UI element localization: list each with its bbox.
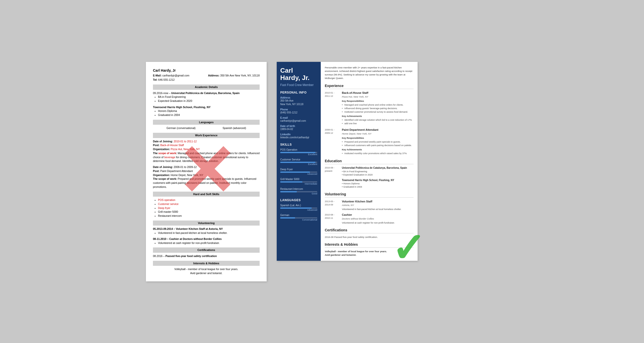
right-name: Carl Hardy, Jr. — [280, 67, 317, 82]
right-experience: 2010-01 -2011-12 Back-of-House Staff Piz… — [325, 91, 414, 155]
left-work-header: Work Experience — [153, 133, 260, 138]
left-edu-1: 09.2016-now – Universitat Politècnica de… — [153, 91, 260, 103]
left-edu-2: Townsend Harris High School, Flushing, N… — [153, 105, 260, 117]
right-dob-label: Date of birth — [280, 125, 317, 127]
skill-level: Good — [280, 192, 317, 195]
left-skills-header: Hard and Soft Skills — [153, 192, 260, 197]
right-cert: 2016-08 Passed five-year food safety cer… — [325, 235, 414, 239]
right-edu-title: Education — [325, 158, 414, 164]
right-personal-info-header: Personal Info — [280, 91, 317, 94]
right-linkedin: linkedin.com/in/carlhardyjr — [280, 136, 317, 139]
skill-item: POS Operation Excellent — [280, 148, 317, 156]
left-cert-header: Certifications — [153, 247, 260, 253]
left-tel: Tel: 646-555-1212 — [153, 78, 260, 82]
left-name: Carl Hardy, Jr — [153, 68, 260, 73]
skill-level: Intermediate — [280, 183, 317, 185]
right-edu-2: Townsend Harris High School, Flushing, N… — [325, 179, 414, 189]
left-languages: German (conversational) Spanish (advance… — [153, 126, 260, 130]
left-interests-header: Interests & Hobbies — [153, 261, 260, 266]
right-edu-1: 2016-09 -present Universitat Politècnica… — [325, 166, 414, 177]
right-sidebar: Carl Hardy, Jr. Fast Food Crew Member Pe… — [277, 62, 321, 261]
skill-item: Customer Service Excellent — [280, 158, 317, 165]
lang-level: Conversational — [280, 219, 317, 221]
right-dob: 1989-04-02 — [280, 127, 317, 131]
right-exp-2: 2008-01 -2009-12 Paint Department Attend… — [325, 128, 414, 155]
right-skills-header: Skills — [280, 143, 317, 146]
language-item: German Conversational — [280, 214, 317, 221]
right-languages-header: Languages — [280, 198, 317, 202]
right-interests-title: Interests & Hobbies — [325, 242, 414, 248]
skill-level: Excellent — [280, 153, 317, 156]
right-main: Personable crew member with 2+ years exp… — [321, 62, 418, 261]
right-title: Fast Food Crew Member — [280, 83, 317, 87]
right-address: 350 5th AveNew York, NY 10118 — [280, 99, 317, 106]
skill-item: Deep Fryer Advanced — [280, 168, 317, 175]
right-email-label: E-mail — [280, 116, 317, 119]
right-cert-title: Certifications — [325, 228, 414, 233]
left-academic-header: Academic Details — [153, 84, 260, 90]
right-exp-title: Experience — [325, 83, 414, 89]
left-work-2: Date of Joining: 2008-01 to 2009-12 Post… — [153, 165, 260, 189]
right-summary: Personable crew member with 2+ years exp… — [325, 66, 414, 80]
page-container: ✕ Carl Hardy, Jr E-Mail: carlhardyjr@gma… — [146, 62, 498, 281]
language-item: Spanish (Lat. Am.) Advanced — [280, 204, 317, 211]
left-vol-header: Volunteering — [153, 221, 260, 226]
right-address-label: Address — [280, 96, 317, 99]
skill-item: Grill Master 5000 Intermediate — [280, 178, 317, 185]
left-work-1: Date of Joining: 2010-01 to 2011-12 Post… — [153, 140, 260, 163]
right-phone-label: Phone — [280, 108, 317, 111]
right-volunteering: 2013-05 -2014-09 Volunteer Kitchen Staff… — [325, 200, 414, 225]
right-email: carlhardyjr@gmail.com — [280, 119, 317, 123]
left-cert: 08.2016 – Passed five-year food safety c… — [153, 254, 260, 258]
right-phone: (646) 555-1212 — [280, 111, 317, 114]
left-contact: E-Mail: carlhardyjr@gmail.com Address: 3… — [153, 74, 260, 78]
right-hobbies: Volleyball - member of local league for … — [325, 250, 414, 257]
left-lang-header: Languages — [153, 120, 260, 125]
skill-level: Advanced — [280, 173, 317, 175]
left-vol-1: 05.2013-09.2014 – Volunteer Kitchen Staf… — [153, 227, 260, 235]
right-vol-1: 2013-05 -2014-09 Volunteer Kitchen Staff… — [325, 200, 414, 211]
right-linkedin-label: LinkedIn — [280, 133, 317, 136]
right-languages-list: Spanish (Lat. Am.) Advanced German Conve… — [280, 204, 317, 221]
skill-level: Excellent — [280, 163, 317, 165]
left-skills-list: POS operation Customer service Deep frye… — [153, 198, 260, 218]
skill-item: Restaurant Intercom Good — [280, 188, 317, 195]
lang-level: Advanced — [280, 209, 317, 211]
right-exp-1: 2010-01 -2011-12 Back-of-House Staff Piz… — [325, 91, 414, 125]
resume-bad: ✕ Carl Hardy, Jr E-Mail: carlhardyjr@gma… — [146, 62, 267, 281]
right-skills-list: POS Operation Excellent Customer Service… — [280, 148, 317, 195]
resume-good: ✓ Carl Hardy, Jr. Fast Food Crew Member … — [277, 62, 418, 261]
right-vol-title: Volunteering — [325, 192, 414, 197]
left-email: E-Mail: carlhardyjr@gmail.com — [153, 74, 189, 78]
left-address: Address: 350 5th Ave New York, NY, 10118 — [208, 74, 260, 78]
left-vol-2: 08-11.2010 – Cashier at Doctors without … — [153, 237, 260, 245]
left-hobbies: Volleyball - member of local league for … — [153, 267, 260, 275]
right-vol-2: 2010-08 -2010-11 Cashier Doctors without… — [325, 213, 414, 225]
right-education: 2016-09 -present Universitat Politècnica… — [325, 166, 414, 189]
